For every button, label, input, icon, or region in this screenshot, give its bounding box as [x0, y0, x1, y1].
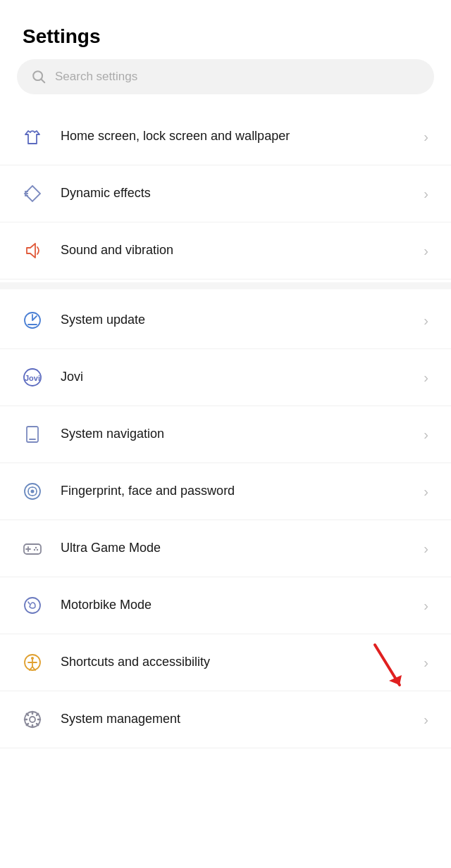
settings-item-motorbike-mode[interactable]: Motorbike Mode › [0, 577, 451, 634]
page-title: Settings [0, 0, 451, 59]
search-placeholder-text: Search settings [55, 70, 137, 84]
motorbike-icon [17, 590, 48, 621]
chevron-icon: › [424, 186, 428, 202]
svg-line-36 [27, 714, 28, 715]
svg-line-39 [27, 724, 28, 725]
svg-point-13 [31, 490, 35, 493]
chevron-icon: › [424, 484, 428, 500]
home-screen-label: Home screen, lock screen and wallpaper [61, 128, 418, 144]
chevron-icon: › [424, 541, 428, 557]
chevron-icon: › [424, 598, 428, 614]
svg-text:Jovi: Jovi [25, 374, 40, 382]
fingerprint-label: Fingerprint, face and password [61, 483, 418, 499]
chevron-icon: › [424, 370, 428, 386]
system-management-label: System management [61, 711, 418, 727]
search-icon [31, 69, 47, 84]
svg-marker-29 [389, 675, 402, 685]
settings-item-system-navigation[interactable]: System navigation › [0, 406, 451, 463]
chevron-icon: › [424, 712, 428, 728]
settings-item-system-management[interactable]: System management › [0, 691, 451, 748]
svg-point-31 [30, 717, 35, 722]
search-bar[interactable]: Search settings [17, 59, 434, 94]
settings-item-home-screen[interactable]: Home screen, lock screen and wallpaper › [0, 108, 451, 165]
svg-point-20 [25, 598, 40, 613]
svg-line-37 [37, 724, 38, 725]
dynamic-effects-icon [17, 178, 48, 209]
settings-item-ultra-game-mode[interactable]: Ultra Game Mode › [0, 520, 451, 577]
settings-item-fingerprint[interactable]: Fingerprint, face and password › [0, 463, 451, 520]
fingerprint-icon [17, 476, 48, 507]
system-navigation-icon [17, 419, 48, 450]
section-divider [0, 282, 451, 289]
shortcuts-accessibility-label: Shortcuts and accessibility [61, 654, 418, 670]
dynamic-effects-label: Dynamic effects [61, 185, 418, 201]
home-screen-icon [17, 121, 48, 152]
jovi-icon: Jovi [17, 362, 48, 393]
chevron-icon: › [424, 129, 428, 145]
settings-item-system-update[interactable]: System update › [0, 292, 451, 349]
settings-item-shortcuts-accessibility[interactable]: Shortcuts and accessibility › [0, 634, 451, 691]
settings-item-sound-vibration[interactable]: Sound and vibration › [0, 222, 451, 279]
svg-point-18 [37, 549, 38, 551]
svg-point-19 [34, 549, 35, 551]
svg-line-1 [42, 80, 45, 83]
chevron-icon: › [424, 313, 428, 329]
system-management-icon [17, 704, 48, 735]
chevron-icon: › [424, 427, 428, 443]
motorbike-mode-label: Motorbike Mode [61, 597, 418, 613]
svg-line-21 [28, 602, 30, 604]
chevron-icon: › [424, 655, 428, 671]
settings-item-dynamic-effects[interactable]: Dynamic effects › [0, 165, 451, 222]
jovi-label: Jovi [61, 369, 418, 385]
settings-item-jovi[interactable]: Jovi Jovi › [0, 349, 451, 406]
system-update-icon [17, 305, 48, 336]
sound-icon [17, 235, 48, 266]
svg-point-17 [35, 547, 37, 548]
svg-line-38 [37, 714, 38, 715]
sound-vibration-label: Sound and vibration [61, 242, 418, 258]
game-mode-icon [17, 533, 48, 564]
system-update-label: System update [61, 312, 418, 328]
chevron-icon: › [424, 243, 428, 259]
ultra-game-mode-label: Ultra Game Mode [61, 540, 418, 556]
accessibility-icon [17, 647, 48, 678]
system-navigation-label: System navigation [61, 426, 418, 442]
